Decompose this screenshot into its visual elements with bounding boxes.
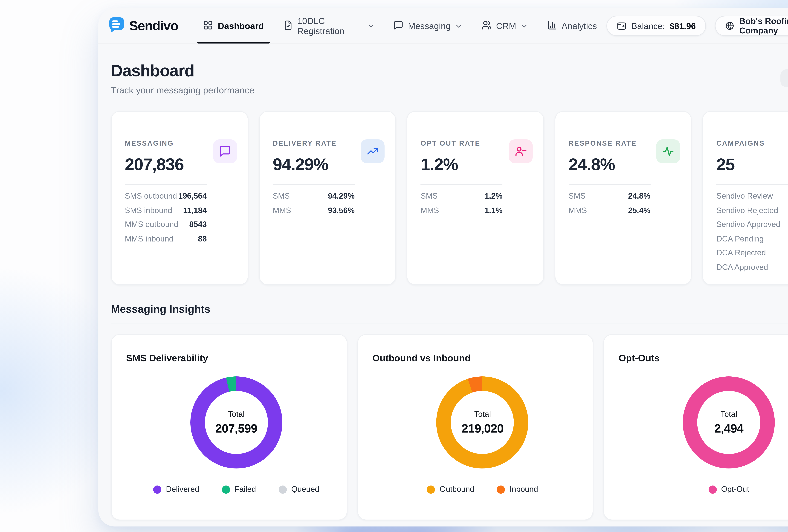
stat-value: 25 xyxy=(716,155,788,175)
balance-value: $81.96 xyxy=(670,21,696,31)
legend-dot xyxy=(497,485,505,493)
legend-label: Failed xyxy=(235,485,256,494)
row-value: 11,184 xyxy=(183,206,207,215)
sms-deliverability-donut-chart: Total 207,599 xyxy=(190,376,282,469)
chevron-down-icon xyxy=(454,22,463,30)
row-label: Sendivo Review xyxy=(716,192,773,200)
company-name: Bob's Roofing Company xyxy=(739,16,788,35)
divider xyxy=(125,184,207,185)
page-heading-block: Dashboard Track your messaging performan… xyxy=(111,61,254,95)
app-window: Sendivo Dashboard 10DLC Registration xyxy=(98,8,788,527)
legend-item: Outbound xyxy=(427,485,474,494)
date-range-badge[interactable]: Last 7 days xyxy=(781,70,788,87)
stat-label: CAMPAIGNS xyxy=(716,139,788,147)
brand-name: Sendivo xyxy=(129,18,178,34)
trending-up-icon xyxy=(361,139,385,163)
row-label: MMS outbound xyxy=(125,220,178,229)
tab-10dlc-registration[interactable]: 10DLC Registration xyxy=(273,8,384,43)
row-label: MMS xyxy=(421,206,439,215)
donut-center: Total 2,494 xyxy=(697,391,761,454)
header-actions: Balance: $81.96 Bob's Roofing Company xyxy=(606,16,788,36)
stat-row: DCA Approved25 xyxy=(716,263,788,277)
top-nav: Sendivo Dashboard 10DLC Registration xyxy=(98,8,788,44)
donut-center-value: 207,599 xyxy=(215,421,257,435)
stat-breakdown: SMS1.2% MMS1.1% xyxy=(421,192,503,220)
tab-messaging[interactable]: Messaging xyxy=(384,8,472,43)
tab-crm[interactable]: CRM xyxy=(472,8,538,43)
outbound-vs-inbound-donut-chart: Total 219,020 xyxy=(436,376,529,469)
stat-row: Sendivo Review1 xyxy=(716,192,788,206)
balance-label: Balance: xyxy=(631,21,665,31)
legend-label: Outbound xyxy=(440,485,474,494)
page-header: Dashboard Track your messaging performan… xyxy=(111,61,788,95)
chart-legend: Opt-Out xyxy=(618,485,788,494)
section-divider xyxy=(111,323,788,323)
row-label: MMS xyxy=(569,206,587,215)
chart-legend: Outbound Inbound xyxy=(372,485,593,494)
row-label: DCA Approved xyxy=(716,263,768,272)
grid-icon xyxy=(203,20,213,32)
row-value: 8543 xyxy=(189,220,207,229)
chart-card-sms-deliverability: SMS Deliverability Total 207,599 Deliver… xyxy=(111,334,347,520)
legend-item: Delivered xyxy=(153,485,199,494)
stat-card-response-rate: RESPONSE RATE 24.8% SMS24.8% MMS25.4% xyxy=(555,111,692,285)
company-switcher-button[interactable]: Bob's Roofing Company xyxy=(715,16,788,36)
legend-dot xyxy=(153,485,161,493)
tab-label: Dashboard xyxy=(218,21,264,31)
chart-card-outbound-vs-inbound: Outbound vs Inbound Total 219,020 Outbou… xyxy=(357,334,593,520)
stat-row: MMS outbound8543 xyxy=(125,220,207,234)
divider xyxy=(716,184,788,185)
legend-item: Inbound xyxy=(497,485,538,494)
row-label: MMS xyxy=(273,206,291,215)
legend-label: Inbound xyxy=(510,485,538,494)
activity-icon xyxy=(656,139,681,163)
tab-label: 10DLC Registration xyxy=(297,16,364,36)
chart-card-opt-outs: Opt-Outs Total 2,494 Opt-Out xyxy=(604,334,788,520)
donut-center-value: 219,020 xyxy=(461,421,504,435)
legend-item: Failed xyxy=(222,485,256,494)
row-value: 25.4% xyxy=(628,206,650,215)
donut-center: Total 207,599 xyxy=(205,391,268,454)
row-value: 196,564 xyxy=(178,192,207,200)
brand-logo[interactable]: Sendivo xyxy=(109,16,178,35)
row-label: SMS xyxy=(273,192,290,200)
stat-card-messaging: MESSAGING 207,836 SMS outbound196,564 SM… xyxy=(111,111,248,285)
chart-title: Outbound vs Inbound xyxy=(372,352,593,363)
legend-label: Delivered xyxy=(166,485,199,494)
tab-analytics[interactable]: Analytics xyxy=(537,8,606,43)
row-value: 88 xyxy=(198,234,207,243)
wallet-icon xyxy=(616,21,627,31)
row-label: SMS xyxy=(421,192,438,200)
stat-card-campaigns: CAMPAIGNS 25 Sendivo Review1 Sendivo Rej… xyxy=(703,111,788,285)
document-check-icon xyxy=(283,20,293,32)
chat-bubble-icon xyxy=(213,139,237,163)
row-value: 24.8% xyxy=(628,192,650,200)
users-icon xyxy=(481,20,492,32)
stat-card-opt-out-rate: OPT OUT RATE 1.2% SMS1.2% MMS1.1% xyxy=(407,111,544,285)
stat-row: Sendivo Approved2 xyxy=(716,220,788,234)
row-label: DCA Pending xyxy=(716,234,764,243)
legend-item: Queued xyxy=(279,485,319,494)
sendivo-logo-icon xyxy=(109,16,125,35)
page-subtitle: Track your messaging performance xyxy=(111,85,254,95)
balance-button[interactable]: Balance: $81.96 xyxy=(606,16,706,36)
stat-breakdown: Sendivo Review1 Sendivo Rejected0 Sendiv… xyxy=(716,192,788,277)
chart-title: SMS Deliverability xyxy=(126,352,347,363)
legend-item: Opt-Out xyxy=(709,485,749,494)
donut-center-label: Total xyxy=(228,410,245,418)
donut-center-label: Total xyxy=(474,410,491,418)
divider xyxy=(273,184,355,185)
row-label: MMS inbound xyxy=(125,234,174,243)
legend-dot xyxy=(427,485,435,493)
legend-label: Opt-Out xyxy=(721,485,749,494)
donut-center: Total 219,020 xyxy=(451,391,514,454)
divider xyxy=(421,184,503,185)
divider xyxy=(569,184,650,185)
tab-dashboard[interactable]: Dashboard xyxy=(194,8,273,43)
stat-breakdown: SMS24.8% MMS25.4% xyxy=(569,192,650,220)
row-label: SMS xyxy=(569,192,586,200)
stat-row: SMS inbound11,184 xyxy=(125,206,207,220)
row-value: 93.56% xyxy=(328,206,355,215)
stat-card-delivery-rate: DELIVERY RATE 94.29% SMS94.29% MMS93.56% xyxy=(259,111,396,285)
row-label: Sendivo Approved xyxy=(716,220,781,229)
